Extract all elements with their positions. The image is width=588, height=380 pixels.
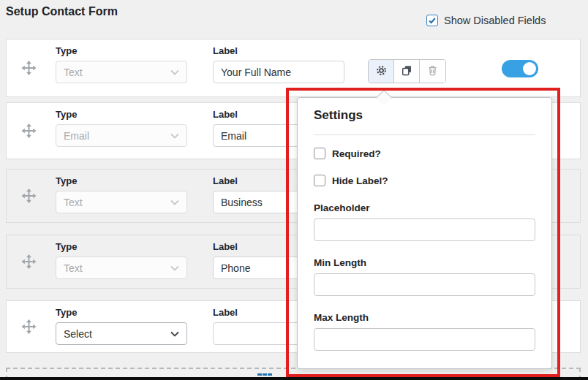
- type-select[interactable]: Email: [56, 124, 187, 147]
- delete-field-button[interactable]: [420, 60, 445, 83]
- type-select[interactable]: Text: [56, 256, 187, 279]
- page-title: Setup Contact Form: [6, 5, 118, 18]
- toggle-knob: [523, 62, 536, 75]
- chevron-down-icon: [170, 133, 179, 139]
- label-caption: Label: [213, 45, 344, 56]
- duplicate-field-button[interactable]: [394, 60, 420, 83]
- min-length-field: Min Length: [314, 257, 535, 296]
- checkbox-checked-icon[interactable]: [426, 15, 438, 26]
- placeholder-input[interactable]: [314, 218, 535, 241]
- drag-handle-icon[interactable]: [21, 189, 37, 204]
- type-select[interactable]: Text: [56, 191, 187, 213]
- show-disabled-fields-label: Show Disabled Fields: [444, 15, 546, 26]
- min-length-input[interactable]: [314, 273, 535, 296]
- drag-handle-icon[interactable]: [21, 254, 37, 270]
- type-select-value: Select: [64, 328, 92, 340]
- max-length-field: Max Length: [314, 312, 535, 351]
- bottom-edge-bar: [0, 377, 588, 380]
- hide-label-label: Hide Label?: [332, 175, 388, 186]
- type-caption: Type: [56, 45, 187, 56]
- form-builder-screen: Setup Contact Form Show Disabled Fields …: [0, 0, 588, 380]
- type-caption: Type: [56, 109, 187, 120]
- required-label: Required?: [332, 148, 381, 159]
- copy-icon: [401, 64, 413, 79]
- type-select-value: Text: [64, 262, 83, 274]
- field-row-1: Type Text Label: [6, 39, 581, 97]
- partially-hidden-blue-element: [257, 373, 272, 376]
- chevron-down-icon: [170, 331, 179, 337]
- max-length-label: Max Length: [314, 312, 535, 323]
- check-icon: [428, 16, 437, 25]
- type-caption: Type: [56, 241, 187, 252]
- field-settings-popover: Settings Required? Hide Label? Placehold…: [297, 97, 552, 369]
- max-length-input[interactable]: [314, 328, 535, 351]
- required-checkbox[interactable]: Required?: [314, 148, 535, 159]
- type-caption: Type: [56, 175, 187, 186]
- gear-icon: [375, 64, 388, 79]
- type-select-value: Text: [64, 66, 83, 78]
- show-disabled-fields-toggle[interactable]: Show Disabled Fields: [426, 15, 546, 26]
- chevron-down-icon: [170, 69, 179, 75]
- type-caption: Type: [56, 307, 187, 318]
- chevron-down-icon: [170, 200, 179, 205]
- checkbox-unchecked-icon[interactable]: [314, 148, 325, 159]
- min-length-label: Min Length: [314, 257, 535, 268]
- row-action-buttons: [368, 59, 446, 83]
- trash-icon: [426, 64, 439, 79]
- checkbox-unchecked-icon[interactable]: [314, 175, 325, 186]
- drag-handle-icon[interactable]: [21, 61, 37, 76]
- placeholder-label: Placeholder: [314, 202, 535, 213]
- chevron-down-icon: [170, 265, 179, 271]
- label-input[interactable]: [213, 61, 344, 83]
- type-select-value: Email: [64, 130, 89, 142]
- drag-handle-icon[interactable]: [21, 319, 37, 335]
- popover-title: Settings: [314, 108, 535, 123]
- type-select-value: Text: [64, 197, 83, 208]
- hide-label-checkbox[interactable]: Hide Label?: [314, 175, 535, 186]
- type-select[interactable]: Select: [56, 322, 187, 345]
- placeholder-field: Placeholder: [314, 202, 535, 241]
- drag-handle-icon[interactable]: [21, 123, 37, 139]
- field-settings-button[interactable]: [369, 60, 394, 83]
- popover-divider: [314, 134, 535, 135]
- field-enabled-toggle[interactable]: [502, 60, 538, 77]
- type-select[interactable]: Text: [56, 61, 187, 83]
